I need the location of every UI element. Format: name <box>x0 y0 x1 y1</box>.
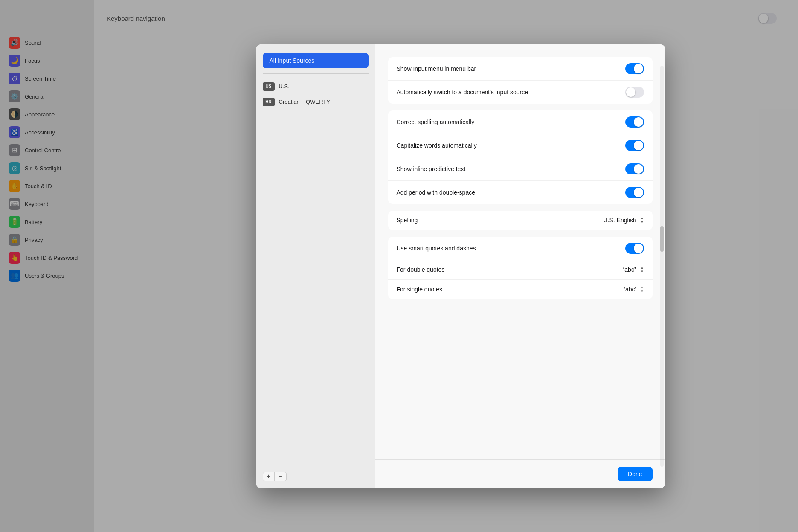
double-quotes-label: For double quotes <box>397 266 445 273</box>
spelling-row: Spelling U.S. English ▲ ▼ <box>388 211 653 230</box>
stepper-arrows: ▲ ▼ <box>641 217 644 224</box>
left-panel-spacer <box>256 110 375 465</box>
double-quotes-value: “abc” <box>623 266 636 273</box>
single-quotes-value: ‘abc’ <box>624 286 636 293</box>
input-source-us[interactable]: US U.S. <box>256 79 375 94</box>
toggle-knob <box>634 244 643 253</box>
input-menu-section: Show Input menu in menu bar Automaticall… <box>388 57 653 104</box>
us-badge: US <box>263 82 275 91</box>
smart-quotes-label: Use smart quotes and dashes <box>397 245 476 252</box>
double-quotes-select[interactable]: “abc” ▲ ▼ <box>623 266 644 273</box>
inline-predictive-toggle[interactable] <box>625 163 644 174</box>
inline-predictive-row: Show inline predictive text <box>388 157 653 181</box>
left-panel-divider <box>263 73 369 74</box>
period-double-space-label: Add period with double-space <box>397 189 475 196</box>
toggle-knob <box>634 188 643 197</box>
single-quotes-select[interactable]: ‘abc’ ▲ ▼ <box>624 286 644 293</box>
spelling-value: U.S. English <box>604 217 636 224</box>
toggle-knob <box>634 64 643 73</box>
spelling-section: Spelling U.S. English ▲ ▼ <box>388 211 653 230</box>
modal-overlay: All Input Sources US U.S. HR Croatian – … <box>0 0 798 532</box>
left-panel-bottom: + − <box>256 465 375 488</box>
auto-switch-toggle[interactable] <box>625 87 644 98</box>
scrollbar-track <box>660 66 664 467</box>
arrow-down-icon: ▼ <box>641 290 644 293</box>
modal-right-content: Show Input menu in menu bar Automaticall… <box>375 44 665 459</box>
scrollbar-thumb[interactable] <box>660 226 664 252</box>
spelling-select[interactable]: U.S. English ▲ ▼ <box>604 217 644 224</box>
capitalize-words-toggle[interactable] <box>625 140 644 151</box>
done-button[interactable]: Done <box>618 467 652 481</box>
modal-right-panel: Show Input menu in menu bar Automaticall… <box>375 44 665 488</box>
modal-footer: Done <box>375 459 665 488</box>
toggle-knob <box>634 164 643 174</box>
remove-input-source-button[interactable]: − <box>275 472 287 481</box>
arrow-up-icon: ▲ <box>641 286 644 289</box>
capitalize-words-row: Capitalize words automatically <box>388 134 653 157</box>
us-label: U.S. <box>279 83 290 90</box>
inline-predictive-label: Show inline predictive text <box>397 166 466 172</box>
smart-quotes-section: Use smart quotes and dashes For double q… <box>388 237 653 299</box>
modal-left-panel: All Input Sources US U.S. HR Croatian – … <box>256 44 375 488</box>
stepper-arrows: ▲ ▼ <box>641 286 644 293</box>
show-input-menu-toggle[interactable] <box>625 63 644 74</box>
period-double-space-toggle[interactable] <box>625 187 644 198</box>
text-correction-section: Correct spelling automatically Capitaliz… <box>388 110 653 204</box>
arrow-up-icon: ▲ <box>641 266 644 270</box>
period-double-space-row: Add period with double-space <box>388 181 653 204</box>
toggle-knob <box>626 87 635 97</box>
stepper-arrows: ▲ ▼ <box>641 266 644 273</box>
hr-badge: HR <box>263 98 275 106</box>
correct-spelling-toggle[interactable] <box>625 116 644 128</box>
arrow-up-icon: ▲ <box>641 217 644 220</box>
capitalize-words-label: Capitalize words automatically <box>397 142 477 149</box>
correct-spelling-row: Correct spelling automatically <box>388 110 653 134</box>
auto-switch-label: Automatically switch to a document's inp… <box>397 89 528 96</box>
single-quotes-label: For single quotes <box>397 286 442 293</box>
croatian-label: Croatian – QWERTY <box>279 99 330 105</box>
toggle-knob <box>634 117 643 127</box>
smart-quotes-toggle[interactable] <box>625 243 644 254</box>
modal-window: All Input Sources US U.S. HR Croatian – … <box>256 44 665 488</box>
toggle-knob <box>634 141 643 150</box>
arrow-down-icon: ▼ <box>641 270 644 273</box>
arrow-down-icon: ▼ <box>641 221 644 224</box>
show-input-menu-label: Show Input menu in menu bar <box>397 65 476 72</box>
auto-switch-row: Automatically switch to a document's inp… <box>388 81 653 104</box>
input-source-croatian[interactable]: HR Croatian – QWERTY <box>256 94 375 110</box>
spelling-label: Spelling <box>397 217 418 224</box>
single-quotes-row: For single quotes ‘abc’ ▲ ▼ <box>388 280 653 299</box>
show-input-menu-row: Show Input menu in menu bar <box>388 57 653 81</box>
all-input-sources-button[interactable]: All Input Sources <box>263 53 369 68</box>
double-quotes-row: For double quotes “abc” ▲ ▼ <box>388 260 653 280</box>
smart-quotes-row: Use smart quotes and dashes <box>388 237 653 260</box>
add-input-source-button[interactable]: + <box>263 472 275 481</box>
correct-spelling-label: Correct spelling automatically <box>397 119 475 125</box>
